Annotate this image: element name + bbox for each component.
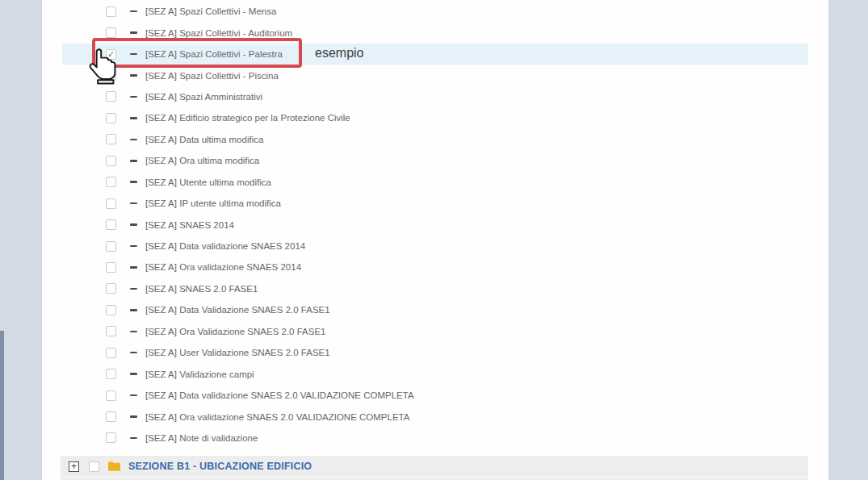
tree-list: [SEZ A] Spazi Collettivi - Mensa [SEZ A]… bbox=[62, 1, 808, 449]
row-label: [SEZ A] Utente ultima modifica bbox=[145, 177, 271, 187]
row-checkbox[interactable] bbox=[106, 326, 116, 336]
row-label: [SEZ A] Data Validazione SNAES 2.0 FASE1 bbox=[145, 305, 330, 315]
row-checkbox[interactable] bbox=[106, 177, 116, 187]
row-label: [SEZ A] Data validazione SNAES 2014 bbox=[145, 241, 305, 251]
row-label: [SEZ A] Spazi Collettivi - Piscina bbox=[145, 71, 279, 81]
tree-row[interactable]: [SEZ A] Note di validazione bbox=[62, 428, 808, 449]
row-label: [SEZ A] Data validazione SNAES 2.0 VALID… bbox=[145, 390, 414, 400]
dash-icon bbox=[130, 437, 137, 440]
row-label: [SEZ A] Validazione campi bbox=[145, 369, 254, 379]
row-label: [SEZ A] Spazi Collettivi - Palestra bbox=[145, 49, 283, 59]
dash-icon bbox=[130, 96, 137, 98]
row-checkbox[interactable] bbox=[106, 91, 116, 102]
row-checkbox[interactable] bbox=[106, 156, 116, 166]
dash-icon bbox=[130, 288, 137, 290]
dash-icon bbox=[130, 139, 137, 141]
section-header-b1[interactable]: + SEZIONE B1 - UBICAZIONE EDIFICIO bbox=[61, 456, 808, 477]
row-checkbox[interactable] bbox=[106, 305, 116, 315]
row-checkbox[interactable] bbox=[106, 283, 116, 294]
dash-icon bbox=[130, 352, 137, 354]
row-checkbox[interactable] bbox=[106, 134, 116, 144]
row-label: [SEZ A] Ora validazione SNAES 2.0 VALIDA… bbox=[145, 412, 409, 422]
row-label: [SEZ A] Data ultima modifica bbox=[145, 135, 263, 144]
tree-row[interactable]: [SEZ A] Data validazione SNAES 2.0 VALID… bbox=[62, 385, 808, 406]
dash-icon bbox=[130, 202, 137, 205]
row-checkbox[interactable] bbox=[106, 27, 116, 38]
row-label: [SEZ A] Ora ultima modifica bbox=[145, 156, 259, 165]
section-title[interactable]: SEZIONE B1 - UBICAZIONE EDIFICIO bbox=[128, 461, 312, 472]
tree-row[interactable]: [SEZ A] Data validazione SNAES 2014 bbox=[62, 236, 808, 257]
row-checkbox[interactable] bbox=[106, 262, 116, 273]
tree-row[interactable]: [SEZ A] IP utente ultima modifica bbox=[62, 193, 808, 214]
dash-icon bbox=[130, 181, 137, 183]
tree-row[interactable]: [SEZ A] Ora validazione SNAES 2014 bbox=[62, 257, 808, 278]
dash-icon bbox=[130, 160, 137, 162]
row-checkbox[interactable] bbox=[106, 198, 116, 209]
dash-icon bbox=[130, 309, 137, 311]
row-label: [SEZ A] SNAES 2.0 FASE1 bbox=[145, 284, 258, 294]
row-checkbox[interactable] bbox=[106, 348, 116, 358]
row-checkbox[interactable] bbox=[106, 432, 116, 443]
row-checkbox[interactable] bbox=[106, 219, 116, 230]
tree-row[interactable]: [SEZ A] Validazione campi bbox=[62, 363, 808, 384]
dash-icon bbox=[130, 245, 137, 248]
dash-icon bbox=[130, 331, 137, 333]
row-checkbox[interactable] bbox=[106, 390, 116, 401]
row-label: [SEZ A] Ora Validazione SNAES 2.0 FASE1 bbox=[145, 327, 326, 336]
row-label: [SEZ A] Spazi Amministrativi bbox=[145, 92, 262, 102]
tree-row[interactable]: [SEZ A] Ora ultima modifica bbox=[62, 150, 808, 171]
dash-icon bbox=[130, 74, 137, 77]
row-checkbox[interactable]: ✓ bbox=[106, 49, 116, 60]
left-panel-edge bbox=[0, 0, 42, 480]
dash-icon bbox=[130, 53, 137, 56]
row-checkbox[interactable] bbox=[106, 113, 116, 123]
tree-row[interactable]: [SEZ A] Ora validazione SNAES 2.0 VALIDA… bbox=[62, 406, 808, 427]
row-label: [SEZ A] Ora validazione SNAES 2014 bbox=[145, 262, 301, 272]
row-checkbox[interactable] bbox=[106, 241, 116, 252]
row-label: [SEZ A] Note di validazione bbox=[145, 433, 258, 443]
dash-icon bbox=[130, 415, 137, 418]
row-label: [SEZ A] Edificio strategico per la Prote… bbox=[145, 113, 350, 123]
tree-row[interactable]: [SEZ A] SNAES 2014 bbox=[62, 214, 808, 235]
row-checkbox[interactable] bbox=[106, 369, 116, 379]
tree-row[interactable]: [SEZ A] Edificio strategico per la Prote… bbox=[62, 107, 808, 128]
row-label: [SEZ A] Spazi Collettivi - Mensa bbox=[145, 6, 276, 16]
tree-row[interactable]: [SEZ A] SNAES 2.0 FASE1 bbox=[62, 278, 808, 299]
tree-row[interactable]: [SEZ A] Spazi Collettivi - Auditorium bbox=[62, 22, 808, 43]
row-checkbox[interactable] bbox=[106, 6, 116, 17]
tree-row[interactable]: [SEZ A] Utente ultima modifica bbox=[62, 172, 808, 193]
tree-row[interactable]: [SEZ A] Data ultima modifica bbox=[62, 129, 808, 150]
left-window-edge bbox=[0, 331, 4, 480]
tree-row[interactable]: [SEZ A] Spazi Collettivi - Mensa bbox=[62, 1, 808, 22]
row-checkbox[interactable] bbox=[106, 411, 116, 422]
folder-icon bbox=[108, 461, 120, 471]
dash-icon bbox=[130, 373, 137, 375]
tree-row[interactable]: [SEZ A] User Validazione SNAES 2.0 FASE1 bbox=[62, 342, 808, 363]
dash-icon bbox=[130, 394, 137, 397]
expand-plus-icon[interactable]: + bbox=[69, 461, 79, 472]
tree-row[interactable]: [SEZ A] Spazi Amministrativi bbox=[62, 86, 808, 107]
dash-icon bbox=[130, 223, 137, 226]
dash-icon bbox=[130, 31, 137, 34]
row-label: [SEZ A] Spazi Collettivi - Auditorium bbox=[145, 28, 292, 38]
annotation-label: esempio bbox=[315, 46, 363, 61]
tree-row[interactable]: ✓ [SEZ A] Spazi Collettivi - Palestra bbox=[62, 44, 808, 65]
dash-icon bbox=[130, 266, 137, 269]
row-checkbox[interactable] bbox=[106, 70, 116, 81]
tree-row[interactable]: [SEZ A] Ora Validazione SNAES 2.0 FASE1 bbox=[62, 321, 808, 342]
row-label: [SEZ A] User Validazione SNAES 2.0 FASE1 bbox=[145, 348, 330, 357]
row-label: [SEZ A] SNAES 2014 bbox=[145, 220, 234, 230]
right-panel-edge bbox=[828, 0, 868, 480]
dash-icon bbox=[130, 117, 137, 119]
row-label: [SEZ A] IP utente ultima modifica bbox=[145, 198, 281, 208]
section-checkbox[interactable] bbox=[89, 461, 99, 472]
tree-row[interactable]: [SEZ A] Data Validazione SNAES 2.0 FASE1 bbox=[62, 299, 808, 320]
dash-icon bbox=[130, 10, 137, 13]
tree-row[interactable]: [SEZ A] Spazi Collettivi - Piscina bbox=[62, 65, 808, 86]
